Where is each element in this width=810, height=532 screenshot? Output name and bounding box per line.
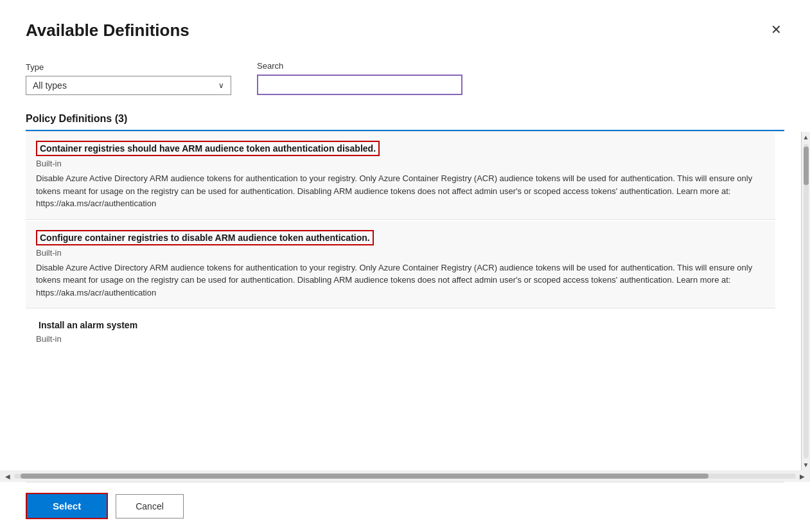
footer-area: Select Cancel <box>26 482 784 532</box>
policy-item-type: Built-in <box>36 248 765 258</box>
policy-item[interactable]: Container registries should have ARM aud… <box>26 132 775 220</box>
filters-row: Type All types ∨ Search <box>26 61 784 95</box>
close-button[interactable]: ✕ <box>768 21 784 39</box>
section-title: Policy Definitions (3) <box>26 113 784 131</box>
section-header: Policy Definitions (3) <box>26 113 784 132</box>
h-scrollbar-thumb[interactable] <box>21 474 709 479</box>
select-button[interactable]: Select <box>26 493 108 519</box>
policy-item-type: Built-in <box>36 334 765 344</box>
policy-list[interactable]: Container registries should have ARM aud… <box>0 132 801 470</box>
vertical-scrollbar[interactable]: ▲ ▼ <box>801 132 810 470</box>
scroll-right-arrow[interactable]: ▶ <box>797 473 807 480</box>
policy-item-desc: Disable Azure Active Directory ARM audie… <box>36 262 765 299</box>
type-select-value: All types <box>33 80 67 91</box>
policy-item-title: Configure container registries to disabl… <box>36 230 374 245</box>
scroll-down-arrow[interactable]: ▼ <box>803 459 809 470</box>
policy-item-type: Built-in <box>36 159 765 168</box>
policy-item-title: Install an alarm system <box>36 319 140 332</box>
dialog-header: Available Definitions ✕ <box>26 21 784 40</box>
policy-item-title: Container registries should have ARM aud… <box>36 141 380 156</box>
search-input[interactable] <box>257 75 462 95</box>
scroll-left-arrow[interactable]: ◀ <box>3 473 13 480</box>
type-label: Type <box>26 62 231 72</box>
policy-item[interactable]: Install an alarm system Built-in <box>26 310 775 357</box>
type-dropdown[interactable]: All types ∨ <box>26 76 231 95</box>
cancel-button[interactable]: Cancel <box>116 494 184 519</box>
scroll-up-arrow[interactable]: ▲ <box>803 132 809 143</box>
search-filter-group: Search <box>257 61 462 95</box>
dialog-title: Available Definitions <box>26 21 189 40</box>
chevron-down-icon: ∨ <box>218 81 224 90</box>
available-definitions-dialog: Available Definitions ✕ Type All types ∨… <box>0 0 810 532</box>
policy-item-desc: Disable Azure Active Directory ARM audie… <box>36 172 765 210</box>
policy-item[interactable]: Configure container registries to disabl… <box>26 221 775 309</box>
scrollbar-thumb[interactable] <box>804 146 809 185</box>
search-label: Search <box>257 61 462 71</box>
horizontal-scrollbar[interactable]: ◀ ▶ <box>0 470 810 482</box>
type-filter-group: Type All types ∨ <box>26 62 231 95</box>
